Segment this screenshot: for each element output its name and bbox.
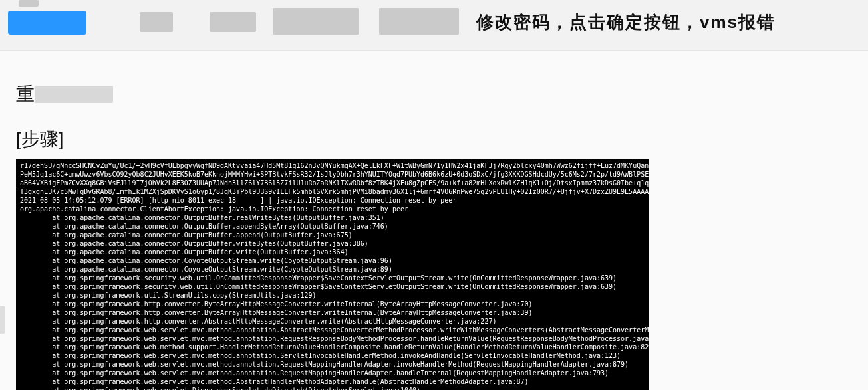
redacted-block [379, 8, 459, 35]
issue-tag-chip[interactable] [8, 11, 86, 35]
redacted-block [140, 12, 173, 32]
issue-title: 修改密码，点击确定按钮，vms报错 [476, 11, 776, 34]
steps-heading: [步骤] [16, 127, 852, 152]
redacted-block [210, 12, 256, 32]
reporter-line: 重 [16, 82, 852, 107]
stacktrace-console: r17dehSU/gNnccSHCNCvZuYu/Uc1/+2yH9cVfULb… [16, 159, 649, 390]
redacted-block [35, 86, 113, 103]
issue-header: 修改密码，点击确定按钮，vms报错 [0, 0, 868, 51]
side-handle[interactable] [0, 306, 5, 334]
redacted-block [19, 0, 39, 7]
redacted-block [273, 8, 359, 35]
